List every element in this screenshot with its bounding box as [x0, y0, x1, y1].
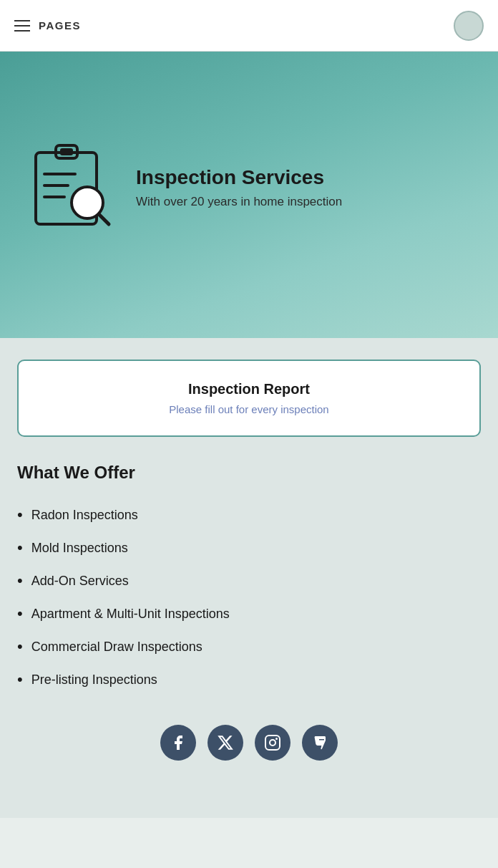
list-item[interactable]: Apartment & Multi-Unit Inspections — [17, 597, 481, 630]
hero-icon — [29, 140, 114, 236]
header: PAGES — [0, 0, 498, 52]
offers-list: Radon Inspections Mold Inspections Add-O… — [17, 498, 481, 696]
instagram-icon[interactable] — [255, 725, 290, 761]
report-card-subtitle: Please fill out for every inspection — [33, 403, 465, 415]
offers-section: What We Offer Radon Inspections Mold Ins… — [17, 463, 481, 696]
list-item[interactable]: Pre-listing Inspections — [17, 663, 481, 696]
offer-label: Apartment & Multi-Unit Inspections — [31, 607, 230, 622]
offer-label: Radon Inspections — [31, 508, 138, 523]
hero-section: Inspection Services With over 20 years i… — [0, 52, 498, 338]
hero-text: Inspection Services With over 20 years i… — [136, 166, 342, 209]
svg-point-9 — [270, 740, 275, 746]
list-item[interactable]: Mold Inspections — [17, 531, 481, 564]
svg-rect-2 — [60, 148, 73, 155]
avatar[interactable] — [454, 11, 484, 41]
main-content: Inspection Report Please fill out for ev… — [0, 338, 498, 818]
offer-label: Pre-listing Inspections — [31, 672, 157, 688]
header-left: PAGES — [14, 19, 81, 32]
foursquare-icon[interactable] — [302, 725, 338, 761]
inspection-report-card[interactable]: Inspection Report Please fill out for ev… — [17, 360, 481, 437]
clipboard-search-icon — [29, 140, 114, 233]
offer-label: Mold Inspections — [31, 541, 128, 556]
list-item[interactable]: Add-On Services — [17, 564, 481, 597]
social-footer — [17, 696, 481, 775]
svg-line-7 — [99, 214, 109, 224]
hero-subtitle: With over 20 years in home inspection — [136, 195, 342, 209]
hero-title: Inspection Services — [136, 166, 342, 189]
hero-content: Inspection Services With over 20 years i… — [29, 140, 342, 236]
offer-label: Commercial Draw Inspections — [31, 640, 202, 655]
report-card-title: Inspection Report — [33, 381, 465, 397]
menu-button[interactable] — [14, 20, 30, 32]
facebook-icon[interactable] — [160, 725, 196, 761]
x-twitter-icon[interactable] — [208, 725, 243, 761]
svg-point-10 — [275, 738, 278, 740]
svg-rect-8 — [265, 736, 280, 750]
offers-heading: What We Offer — [17, 463, 481, 483]
offer-label: Add-On Services — [31, 574, 129, 589]
list-item[interactable]: Commercial Draw Inspections — [17, 630, 481, 663]
list-item[interactable]: Radon Inspections — [17, 498, 481, 531]
header-title: PAGES — [39, 19, 81, 32]
